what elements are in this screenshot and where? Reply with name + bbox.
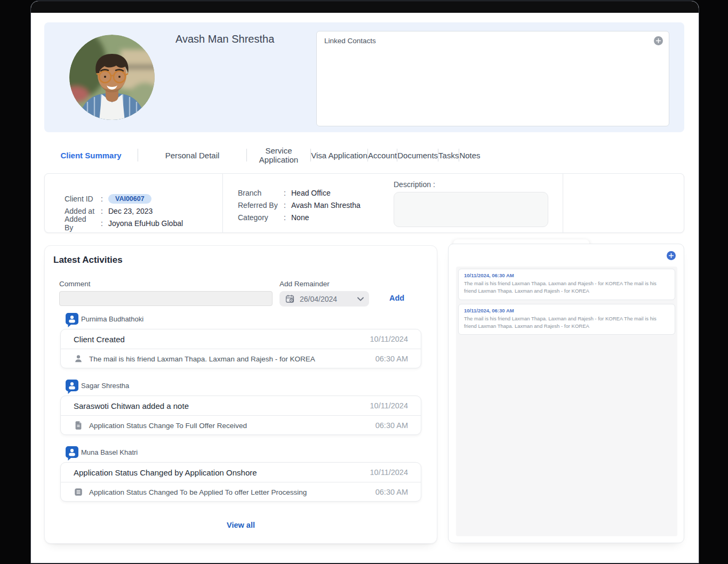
latest-activities-title: Latest Activities <box>53 255 123 265</box>
activity-card: Application Status Changed by Applicatio… <box>60 462 421 502</box>
category-label: Category <box>238 213 278 222</box>
note-item: 10/11/2024, 06:30 AM The mail is his fri… <box>458 304 675 335</box>
reminder-date-select[interactable]: 26/04/2024 <box>279 291 369 307</box>
activity-detail: The mail is his friend Laxman Thapa. Lax… <box>89 355 375 363</box>
note-item: 10/11/2024, 06:30 AM The mail is his fri… <box>458 269 675 300</box>
comment-input[interactable] <box>59 291 273 306</box>
branch-row: Branch : Head Office <box>238 187 394 199</box>
note-text: The mail is his friend Laxman Thapa. Lax… <box>464 280 669 295</box>
note-timestamp: 10/11/2024, 06:30 AM <box>464 308 669 313</box>
add-note-button[interactable] <box>667 251 676 260</box>
colon: : <box>95 219 108 228</box>
comment-label: Comment <box>59 280 91 288</box>
description-label: Description : <box>394 180 563 189</box>
avatar-illustration <box>69 35 155 120</box>
tab-personal-detail[interactable]: Personal Detail <box>138 151 246 160</box>
activity-user-name: Purnima Budhathoki <box>81 315 143 323</box>
summary-branch-column: Branch : Head Office Referred By : Avash… <box>223 174 394 232</box>
tab-notes[interactable]: Notes <box>459 151 480 160</box>
colon: : <box>278 213 291 222</box>
user-pin-icon <box>66 446 78 461</box>
added-at-value: Dec 23, 2023 <box>108 207 153 215</box>
client-id-row: Client ID : VAI00607 <box>65 192 222 205</box>
branch-value: Head Office <box>291 189 331 197</box>
activity-item: Sagar Shrestha Saraswoti Chitwan added a… <box>45 380 437 435</box>
user-pin-icon <box>66 380 78 394</box>
client-id-badge: VAI00607 <box>108 194 151 204</box>
activity-event: Client Created <box>74 335 370 344</box>
activity-date: 10/11/2024 <box>370 468 409 477</box>
activity-card-header: Client Created 10/11/2024 <box>61 329 421 349</box>
user-pin-icon <box>66 313 78 327</box>
client-tabs: Client Summary Personal Detail Service A… <box>44 147 684 163</box>
activity-card-body: Application Status Changed To be Applied… <box>61 482 421 502</box>
category-row: Category : None <box>238 211 394 223</box>
description-textarea[interactable] <box>394 192 548 227</box>
activity-user-name: Sagar Shrestha <box>81 382 129 390</box>
client-name: Avash Man Shrestha <box>175 33 274 45</box>
client-id-label: Client ID <box>65 195 95 203</box>
note-document-icon <box>74 421 83 430</box>
chevron-down-icon <box>357 297 364 301</box>
window-titlebar <box>31 1 699 13</box>
app-window: Avash Man Shrestha Linked Contacts Clien… <box>31 1 699 563</box>
colon: : <box>278 189 291 197</box>
activity-user-row: Muna Basel Khatri <box>66 446 437 462</box>
add-linked-contact-button[interactable] <box>654 36 663 45</box>
tab-tasks[interactable]: Tasks <box>438 151 459 160</box>
activity-list: Purnima Budhathoki Client Created 10/11/… <box>45 313 437 513</box>
add-reminder-button[interactable]: Add <box>389 294 404 302</box>
activity-card-header: Application Status Changed by Applicatio… <box>61 463 421 482</box>
tab-documents[interactable]: Documents <box>397 151 438 160</box>
tab-visa-application[interactable]: Visa Application <box>311 151 367 160</box>
added-by-label: Added By <box>65 215 95 232</box>
plus-icon <box>669 253 674 258</box>
calendar-clock-icon <box>285 294 295 304</box>
activity-card-body: Application Status Change To Full Offer … <box>61 416 421 435</box>
activity-card-body: The mail is his friend Laxman Thapa. Lax… <box>61 349 421 368</box>
notes-list: 10/11/2024, 06:30 AM The mail is his fri… <box>456 267 677 536</box>
activity-event: Application Status Changed by Applicatio… <box>74 468 370 477</box>
activity-detail: Application Status Changed To be Applied… <box>89 488 375 496</box>
note-text: The mail is his friend Laxman Thapa. Lax… <box>464 315 669 331</box>
list-icon <box>74 487 83 497</box>
tab-account[interactable]: Account <box>368 151 397 160</box>
view-all-link[interactable]: View all <box>45 521 437 529</box>
activity-time: 06:30 AM <box>375 354 408 363</box>
client-summary-card: Client ID : VAI00607 Added at : Dec 23, … <box>44 173 684 233</box>
client-avatar <box>69 35 155 120</box>
activity-card: Client Created 10/11/2024 The mail is hi… <box>60 329 421 368</box>
activity-date: 10/11/2024 <box>370 401 409 410</box>
activity-time: 06:30 AM <box>375 421 408 430</box>
tab-service-application[interactable]: Service Application <box>247 146 310 164</box>
reminder-date-value: 26/04/2024 <box>300 295 357 303</box>
activity-event: Saraswoti Chitwan added a note <box>74 401 370 410</box>
activity-time: 06:30 AM <box>375 488 408 496</box>
tab-client-summary[interactable]: Client Summary <box>44 151 138 160</box>
activity-date: 10/11/2024 <box>370 335 409 343</box>
referred-by-row: Referred By : Avash Man Shrestha <box>238 199 394 211</box>
branch-label: Branch <box>238 189 278 197</box>
person-icon <box>74 354 83 364</box>
profile-header-card: Avash Man Shrestha Linked Contacts <box>44 22 684 132</box>
activity-item: Muna Basel Khatri Application Status Cha… <box>45 446 437 502</box>
activity-item: Purnima Budhathoki Client Created 10/11/… <box>45 313 437 368</box>
note-timestamp: 10/11/2024, 06:30 AM <box>464 272 669 278</box>
colon: : <box>95 207 108 215</box>
referred-by-label: Referred By <box>238 201 278 210</box>
summary-description-column: Description : <box>394 174 563 232</box>
linked-contacts-panel: Linked Contacts <box>316 31 669 126</box>
linked-contacts-label: Linked Contacts <box>324 37 376 45</box>
added-by-row: Added By : Joyona EfuHub Global <box>65 217 222 229</box>
added-at-label: Added at <box>65 207 95 215</box>
category-value: None <box>291 213 309 222</box>
notes-panel: 10/11/2024, 06:30 AM The mail is his fri… <box>448 244 684 543</box>
activity-user-row: Purnima Budhathoki <box>66 313 437 329</box>
summary-id-column: Client ID : VAI00607 Added at : Dec 23, … <box>45 174 223 232</box>
activity-user-row: Sagar Shrestha <box>66 380 437 396</box>
latest-activities-card: Latest Activities Comment Add Remainder … <box>44 245 437 544</box>
activity-detail: Application Status Change To Full Offer … <box>89 422 375 430</box>
referred-by-value: Avash Man Shrestha <box>291 201 361 210</box>
colon: : <box>278 201 291 210</box>
plus-icon <box>656 38 661 43</box>
